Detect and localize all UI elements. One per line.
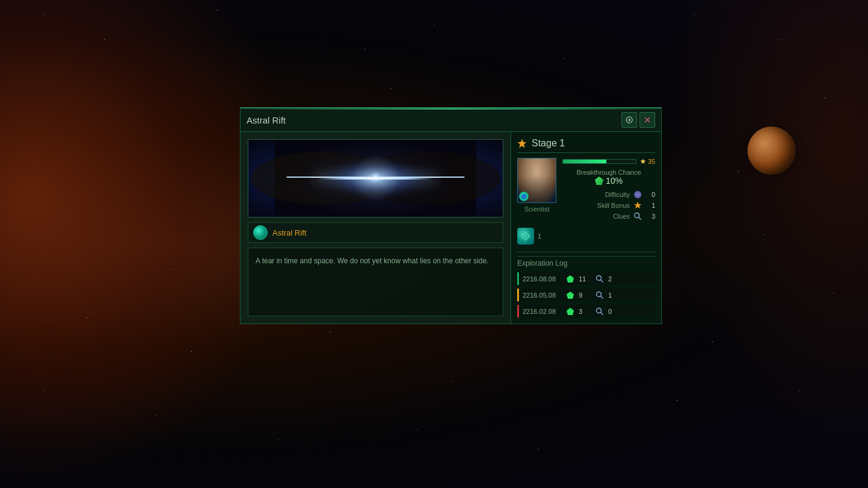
clues-value: 3 xyxy=(646,213,655,220)
svg-point-5 xyxy=(251,152,393,205)
difficulty-value: 0 xyxy=(646,191,655,198)
star xyxy=(191,351,192,352)
panel-titlebar: Astral Rift xyxy=(241,108,661,132)
difficulty-label: Difficulty xyxy=(562,191,630,198)
panel-controls xyxy=(621,112,655,128)
star xyxy=(156,415,157,416)
log-search-icon xyxy=(596,307,603,315)
svg-marker-12 xyxy=(518,139,526,148)
progress-fill xyxy=(563,160,606,163)
log-gem-icon xyxy=(567,275,574,283)
svg-point-11 xyxy=(374,175,377,179)
anomaly-icon xyxy=(517,228,534,245)
difficulty-icon: − xyxy=(634,190,642,199)
tab-line xyxy=(241,108,661,110)
star xyxy=(278,439,278,440)
log-search-icon xyxy=(596,275,603,283)
star xyxy=(538,449,539,449)
skill-label: Skill Bonus xyxy=(562,202,630,209)
log-entry: 2216.02.08 3 0 xyxy=(517,305,655,318)
left-section: Astral Rift A tear in time and space. We… xyxy=(241,132,511,324)
stage-header: Stage 1 xyxy=(517,138,655,153)
pin-button[interactable] xyxy=(621,112,637,128)
svg-line-24 xyxy=(601,296,603,299)
star xyxy=(174,269,174,269)
breakthrough-label: Breakthrough Chance xyxy=(562,169,655,176)
star xyxy=(130,122,131,123)
svg-line-21 xyxy=(601,280,603,283)
window-title: Astral Rift xyxy=(247,115,286,125)
log-date: 2216.08.08 xyxy=(523,275,562,283)
svg-marker-15 xyxy=(634,202,641,208)
skill-row: Skill Bonus 1 xyxy=(562,201,655,210)
star xyxy=(87,318,87,318)
svg-text:−: − xyxy=(637,193,639,197)
clues-label: Clues xyxy=(562,213,630,220)
star xyxy=(417,430,417,430)
star xyxy=(434,25,435,25)
star xyxy=(833,293,834,293)
log-gem-icon xyxy=(567,308,574,315)
log-search-icon xyxy=(596,291,603,299)
log-gem-icon xyxy=(567,292,574,299)
star xyxy=(825,98,825,98)
scientist-badge: 🔵 xyxy=(519,192,529,201)
star xyxy=(43,390,44,391)
star xyxy=(564,58,565,59)
description-box: A tear in time and space. We do not yet … xyxy=(248,248,503,316)
star xyxy=(738,171,738,172)
right-section: Stage 1 🔵 Scientist xyxy=(511,132,661,324)
difficulty-row: Difficulty − 0 xyxy=(562,190,655,199)
star xyxy=(799,390,799,391)
anomaly-image xyxy=(248,139,503,217)
star xyxy=(451,381,452,381)
background: Astral Rift xyxy=(0,0,868,488)
skill-value: 1 xyxy=(646,202,655,209)
star xyxy=(712,342,712,342)
log-clue-value: 2 xyxy=(608,275,612,283)
svg-marker-19 xyxy=(567,275,574,283)
svg-point-1 xyxy=(628,119,631,121)
panel-content: Astral Rift A tear in time and space. We… xyxy=(241,132,661,324)
planet xyxy=(747,127,796,175)
scientist-stats: 35 Breakthrough Chance 10% xyxy=(562,158,655,221)
skill-icon xyxy=(634,201,642,210)
star xyxy=(694,14,695,15)
main-panel: Astral Rift xyxy=(240,107,662,324)
log-entries: 2216.08.08 11 2 2216.05.08 9 1 2216.02.0… xyxy=(517,272,655,318)
nav-icon xyxy=(253,225,268,240)
star xyxy=(217,10,218,10)
anomaly-icon-row: 1 xyxy=(517,225,655,247)
exploration-log-section: Exploration Log xyxy=(517,252,655,267)
star xyxy=(304,74,304,74)
star xyxy=(781,39,782,40)
log-date: 2216.02.08 xyxy=(523,308,562,315)
svg-point-18 xyxy=(524,235,527,237)
scientist-portrait[interactable]: 🔵 xyxy=(517,158,556,203)
scientist-row: 🔵 Scientist 35 xyxy=(517,158,655,221)
stage-icon xyxy=(517,139,527,148)
log-clue-value: 1 xyxy=(608,292,612,299)
svg-rect-9 xyxy=(310,177,441,178)
stage-title: Stage 1 xyxy=(532,138,565,149)
svg-point-6 xyxy=(357,152,500,205)
close-button[interactable] xyxy=(640,112,655,128)
progress-row: 35 xyxy=(562,158,655,165)
clues-icon xyxy=(634,212,642,221)
log-gem-value: 11 xyxy=(579,275,588,283)
svg-line-27 xyxy=(601,313,603,315)
log-entry: 2216.08.08 11 2 xyxy=(517,272,655,285)
scientist-label: Scientist xyxy=(524,205,550,213)
progress-bar xyxy=(562,159,637,164)
description-text: A tear in time and space. We do not yet … xyxy=(256,255,495,266)
svg-point-7 xyxy=(316,155,435,202)
nav-bar: Astral Rift xyxy=(248,222,503,243)
log-entry: 2216.05.08 9 1 xyxy=(517,289,655,301)
log-date: 2216.05.08 xyxy=(523,292,562,299)
progress-value: 35 xyxy=(640,158,655,165)
log-gem-value: 9 xyxy=(579,292,588,299)
star xyxy=(330,332,330,333)
anomaly-name-nav: Astral Rift xyxy=(272,228,306,237)
star xyxy=(104,39,105,40)
stats-grid: Difficulty − 0 Skill Bonus xyxy=(562,190,655,221)
